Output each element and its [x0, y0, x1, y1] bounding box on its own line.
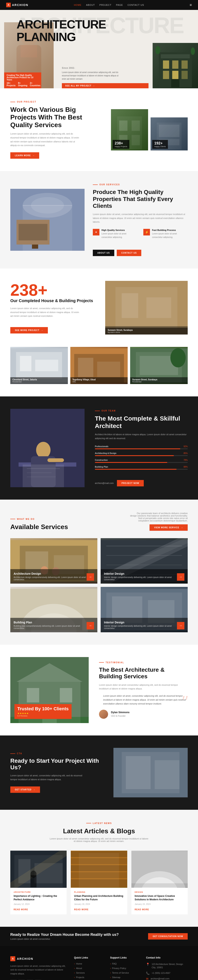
testimonial-label: TESTIMONIAL: [99, 661, 188, 663]
see-more-button[interactable]: SEE MORE PROJECT →: [10, 327, 48, 334]
blog-card-1[interactable]: Architecture Importance of Lighting : Cr…: [10, 851, 67, 915]
services-grid: Architecture Design Architecture design …: [10, 538, 188, 632]
service-card-interior-2[interactable]: Interior Design Interior design comprehe…: [101, 587, 188, 632]
logo-icon: A: [6, 3, 11, 7]
testimonial-left: Trusted By 100+ Clients ★★★★★ 5.0 Review…: [10, 657, 89, 723]
blog-3-image: [131, 851, 188, 888]
testimonial-section: Trusted By 100+ Clients ★★★★★ 5.0 Review…: [0, 645, 198, 735]
blog-2-read-more[interactable]: Read More: [74, 908, 89, 911]
consultation-button[interactable]: GET CONSULTATION NOW: [148, 933, 188, 940]
blog-1-read-more[interactable]: Read More: [14, 908, 28, 911]
cta-left: CTA Ready to Start Your Project With Us?…: [10, 752, 105, 792]
nav-link-page[interactable]: PAGE: [116, 4, 123, 6]
produce-label: OUR SERVICES: [93, 183, 188, 186]
cta-desc: Lorem ipsum dolor sit amet, consectetur …: [10, 774, 89, 781]
hero-title: ARCHITECTURE PLANNING: [16, 18, 106, 43]
footer-link-terms[interactable]: Terms of Service: [110, 972, 138, 974]
hamburger-icon[interactable]: ≡: [190, 3, 192, 7]
feature-2-icon: ⚡: [143, 229, 150, 235]
service-card-interior[interactable]: Interior Design Interior design comprehe…: [101, 538, 188, 584]
blog-2-tag: Planning: [74, 891, 124, 893]
bottom-cta-text: Ready to Realize Your Dream House Become…: [10, 932, 119, 940]
footer-brand: A ARCHION Lorem ipsum dolor sit amet, co…: [10, 956, 66, 980]
feature-1: ✦ High Quality Services Lorem ipsum dolo…: [93, 229, 137, 244]
nav-link-project[interactable]: PROJECT: [100, 4, 111, 6]
svg-rect-16: [131, 121, 140, 131]
blog-1-title: Importance of Lighting : Creating the Pe…: [14, 894, 63, 901]
svg-rect-68: [106, 565, 182, 565]
blog-3-read-more[interactable]: Read More: [135, 908, 149, 911]
about-us-button[interactable]: ABOUT US: [93, 250, 114, 256]
project-card-1-label: Cleveland Street, Jakarta Residential: [10, 377, 68, 384]
project-card-2[interactable]: Tegelberg Village, Ubud Villa: [70, 347, 128, 384]
quote-mark: ": [181, 693, 188, 710]
svg-rect-82: [60, 688, 72, 702]
footer-logo-text: ARCHION: [17, 957, 33, 960]
svg-rect-53: [23, 465, 64, 487]
author-info: Dylan Simmons CEO & Founder: [111, 711, 130, 718]
footer-link-about[interactable]: About: [74, 967, 102, 969]
feature-2-text: Fast Building Process Lorem ipsum dolor …: [152, 229, 188, 244]
footer-link-projects[interactable]: Projects: [74, 976, 102, 978]
counter-number: 238+: [10, 282, 97, 298]
footer-link-services[interactable]: Services: [74, 972, 102, 974]
service-card-architecture[interactable]: Architecture Design Architecture design …: [10, 538, 97, 584]
svg-rect-42: [78, 358, 93, 377]
blog-1-body: Architecture Importance of Lighting : Cr…: [10, 888, 67, 915]
hero-section: ARCHITECTURE ARCHITECTURE PLANNING Creat…: [0, 10, 198, 88]
blog-card-2[interactable]: Planning Urban Planning and Architecture…: [71, 851, 127, 915]
svg-rect-33: [122, 293, 138, 318]
service-4-btn[interactable]: →: [177, 622, 184, 629]
project-card-2-label: Tegelberg Village, Ubud Villa: [70, 377, 128, 384]
project-grid: Cleveland Street, Jakarta Residential Te…: [0, 347, 198, 396]
nav-link-home[interactable]: HOME: [74, 4, 81, 6]
see-all-button[interactable]: SEE ALL MY PROJECT →: [62, 83, 149, 88]
learn-more-button[interactable]: LEARN MORE →: [10, 152, 39, 159]
produce-overlay-image: [16, 220, 49, 245]
service-4-title: Interior Design: [104, 621, 177, 624]
contact-us-button[interactable]: CONTACT US: [117, 250, 141, 256]
card-title: Creating The High Quality Architecture P…: [6, 74, 39, 81]
produce-features: ✦ High Quality Services Lorem ipsum dolo…: [93, 229, 188, 244]
email-icon: ✉: [146, 977, 149, 980]
blog-card-3[interactable]: Design Innovative Uses of Space Creative…: [131, 851, 188, 915]
service-1-btn[interactable]: →: [87, 573, 94, 581]
footer-link-faq[interactable]: FAQ: [110, 963, 138, 965]
project-card-1[interactable]: Cleveland Street, Jakarta Residential: [10, 347, 68, 384]
service-card-building-plan[interactable]: Building Plan Building plan comprehensiv…: [10, 587, 97, 632]
produce-right: OUR SERVICES Produce The High Quality Pr…: [93, 183, 188, 256]
project-card-3[interactable]: Surasen Street, Surabaya Residential: [130, 347, 188, 384]
project-now-button[interactable]: PROJECT NOW: [117, 480, 144, 487]
services-heading: Available Services: [10, 523, 68, 531]
hero-tag: Since 2002-: [62, 67, 149, 69]
hero-right: [153, 43, 198, 88]
counter-img-label: Surasen Street, Surabaya bg-warm-stone: [105, 328, 188, 334]
svg-rect-43: [97, 361, 120, 377]
skill-plan: Building Plan 88%: [95, 466, 188, 470]
produce-buttons: ABOUT US CONTACT US: [93, 250, 188, 256]
bottom-cta-desc: Lorem ipsum dolor sit amet consectetur.: [10, 938, 119, 940]
hero-desc: Lorem ipsum dolor sit amet consectetur a…: [62, 71, 120, 81]
services-header-left: WHAT WE DO Available Services: [10, 518, 68, 531]
stat-badge-2: 192+ Happy Clients: [152, 140, 168, 149]
nav-link-contact[interactable]: CONTACT US: [127, 4, 144, 6]
service-1-desc: Architecture design comprehensively deli…: [14, 576, 87, 581]
footer-link-sitemap[interactable]: Sitemap: [110, 976, 138, 978]
footer-link-privacy[interactable]: Privacy Policy: [110, 967, 138, 969]
view-more-services-button[interactable]: VIEW MORE SERVICE →: [149, 524, 188, 531]
service-3-btn[interactable]: →: [87, 622, 94, 629]
architect-image: [10, 409, 85, 487]
nav-logo[interactable]: A ARCHION: [6, 3, 28, 7]
nav-link-about[interactable]: ABOUT: [86, 4, 95, 6]
get-started-button[interactable]: GET STARTED →: [10, 786, 40, 793]
cta-right: [113, 748, 188, 797]
blog-3-tag: Design: [135, 891, 184, 893]
blog-grid: Architecture Importance of Lighting : Cr…: [10, 851, 188, 915]
phone-text: +1 (555) 123-4567: [152, 971, 170, 975]
svg-rect-34: [146, 298, 171, 318]
work-image-2: 192+ Happy Clients: [150, 109, 188, 150]
service-2-btn[interactable]: →: [177, 573, 184, 581]
svg-rect-66: [106, 546, 182, 546]
footer-link-home[interactable]: Home: [74, 963, 102, 965]
svg-rect-4: [161, 54, 190, 59]
